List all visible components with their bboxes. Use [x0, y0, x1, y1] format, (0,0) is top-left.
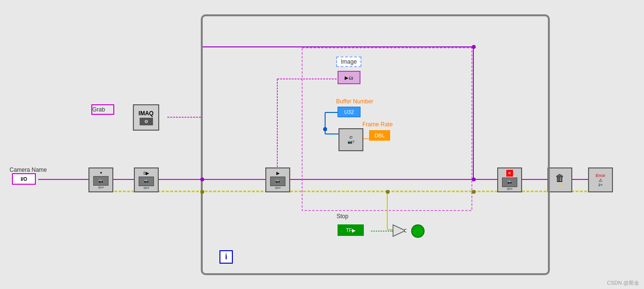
- stop-tf-terminal[interactable]: TF ▶: [338, 224, 364, 236]
- stop-label: Stop: [337, 213, 349, 220]
- cam-init-block[interactable]: ✦ 📷 dx≡: [88, 167, 113, 192]
- junction-node-2: [472, 178, 476, 181]
- imaq-block[interactable]: IMAQ ⊙: [133, 104, 159, 131]
- watermark: CSDN @斯金: [607, 279, 639, 287]
- dbl-terminal[interactable]: DBL: [369, 130, 390, 141]
- svg-point-34: [404, 229, 406, 232]
- info-icon: i: [219, 250, 233, 264]
- cam-config-block[interactable]: S▶ 📷 dx≡: [134, 167, 159, 192]
- frame-rate-block[interactable]: ⏱ 📷?: [338, 128, 363, 151]
- camera-name-label: Camera Name: [10, 167, 47, 173]
- junction-node-1: [200, 178, 204, 181]
- grab-box: [91, 104, 114, 115]
- image-terminal[interactable]: ▶🗂: [338, 71, 360, 84]
- svg-marker-33: [393, 225, 405, 236]
- buffer-u32-terminal[interactable]: U32: [338, 107, 360, 117]
- not-gate: [392, 224, 406, 237]
- main-loop-box: i: [201, 14, 550, 275]
- dispose-block[interactable]: 🗑 ⚡: [547, 167, 572, 192]
- junction-node-4: [200, 190, 204, 194]
- image-label-box: Image: [336, 56, 361, 67]
- junction-node-6: [323, 127, 327, 131]
- stop-circle[interactable]: [411, 224, 425, 238]
- buffer-number-label: Buffer Number: [336, 98, 373, 105]
- frame-rate-label: Frame Rate: [362, 121, 393, 128]
- junction-node-3: [472, 45, 476, 49]
- junction-node-5: [472, 190, 476, 194]
- error-block[interactable]: Error ⚠ 2+: [588, 167, 613, 192]
- junction-node-7: [386, 190, 390, 194]
- camera-io-terminal[interactable]: I/O: [12, 173, 36, 185]
- canvas: Camera Name I/O Grab IMAQ ⊙ ✦ 📷 dx≡ S▶ 📷: [0, 0, 644, 289]
